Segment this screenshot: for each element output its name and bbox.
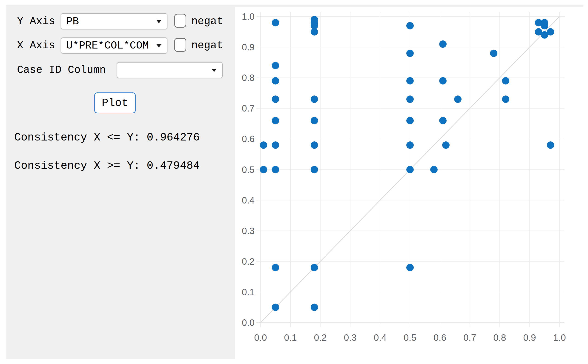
- x-tick-label: 0.9: [523, 332, 536, 343]
- dropdown-arrow-icon: [156, 44, 162, 47]
- x-tick-label: 0.3: [344, 332, 357, 343]
- data-point: [406, 77, 414, 84]
- y-tick-label: 1.0: [242, 12, 255, 22]
- x-tick-label: 1.0: [553, 332, 566, 343]
- scatter-plot-svg: 0.00.10.20.30.40.50.60.70.80.91.00.00.10…: [235, 7, 588, 364]
- y-axis-label: Y Axis: [17, 16, 55, 27]
- y-tick-label: 0.2: [242, 256, 255, 266]
- x-negate-checkbox[interactable]: [174, 38, 186, 52]
- data-point: [311, 95, 318, 103]
- x-tick-label: 0.7: [463, 332, 476, 343]
- x-axis-select-value: U*PRE*COL*COM: [66, 40, 149, 51]
- data-point: [272, 62, 279, 69]
- data-point: [272, 264, 279, 271]
- y-negate-checkbox[interactable]: [174, 14, 186, 28]
- x-tick-label: 0.0: [254, 332, 267, 343]
- consistency-lte-text: Consistency X <= Y: 0.964276: [14, 131, 200, 143]
- data-point: [406, 264, 414, 271]
- data-point: [311, 264, 318, 271]
- y-tick-label: 0.4: [242, 195, 255, 205]
- x-tick-label: 0.8: [493, 332, 506, 343]
- y-tick-label: 0.0: [242, 318, 255, 328]
- x-axis-select[interactable]: U*PRE*COL*COM: [61, 38, 168, 54]
- consistency-gte-label: Consistency X >= Y:: [14, 160, 140, 172]
- data-point: [272, 141, 279, 149]
- data-point: [272, 95, 279, 103]
- x-tick-label: 0.4: [374, 332, 387, 343]
- plot-button[interactable]: Plot: [94, 92, 136, 113]
- consistency-lte-value: 0.964276: [147, 131, 200, 144]
- data-point: [406, 141, 414, 149]
- case-id-label: Case ID Column: [17, 65, 106, 75]
- data-point: [502, 77, 509, 84]
- consistency-gte-text: Consistency X >= Y: 0.479484: [14, 160, 200, 172]
- data-point: [311, 28, 318, 36]
- data-point: [311, 166, 318, 173]
- x-tick-label: 0.2: [314, 332, 327, 343]
- y-axis-select[interactable]: PB: [61, 13, 168, 29]
- data-point: [442, 141, 450, 149]
- y-tick-label: 0.8: [242, 73, 255, 83]
- data-point: [272, 19, 279, 26]
- y-negate-label: negat: [191, 16, 223, 27]
- data-point: [454, 95, 462, 103]
- data-point: [541, 22, 548, 29]
- data-point: [260, 141, 267, 149]
- data-point: [272, 117, 279, 124]
- dropdown-arrow-icon: [212, 69, 217, 72]
- data-point: [547, 141, 554, 149]
- y-tick-label: 0.1: [242, 287, 255, 297]
- data-point: [541, 31, 548, 39]
- dropdown-arrow-icon: [156, 20, 162, 23]
- data-point: [439, 40, 446, 48]
- y-tick-label: 0.7: [242, 103, 255, 113]
- data-point: [406, 22, 414, 29]
- x-negate-label: negat: [191, 40, 223, 51]
- y-tick-label: 0.5: [242, 165, 255, 175]
- data-point: [406, 117, 414, 124]
- data-point: [272, 166, 279, 173]
- data-point: [260, 166, 267, 173]
- data-point: [490, 50, 498, 57]
- data-point: [311, 304, 318, 311]
- data-point: [272, 77, 279, 84]
- data-point: [406, 95, 414, 103]
- x-tick-label: 0.5: [404, 332, 416, 343]
- data-point: [311, 117, 318, 124]
- data-point: [406, 50, 414, 57]
- y-tick-label: 0.3: [242, 226, 255, 236]
- consistency-lte-label: Consistency X <= Y:: [14, 131, 140, 144]
- y-tick-label: 0.6: [242, 134, 255, 144]
- data-point: [439, 77, 446, 84]
- data-point: [311, 141, 318, 149]
- data-point: [406, 166, 414, 173]
- data-point: [502, 95, 509, 103]
- x-tick-label: 0.1: [284, 332, 297, 343]
- consistency-gte-value: 0.479484: [147, 160, 200, 172]
- data-point: [272, 304, 279, 311]
- x-tick-label: 0.6: [433, 332, 446, 343]
- case-id-select[interactable]: [117, 62, 223, 78]
- data-point: [430, 166, 438, 173]
- x-axis-label: X Axis: [17, 40, 55, 51]
- y-tick-label: 0.9: [242, 42, 255, 52]
- plot-figure: 0.00.10.20.30.40.50.60.70.80.91.00.00.10…: [235, 7, 588, 364]
- y-axis-select-value: PB: [66, 16, 79, 27]
- data-point: [439, 117, 446, 124]
